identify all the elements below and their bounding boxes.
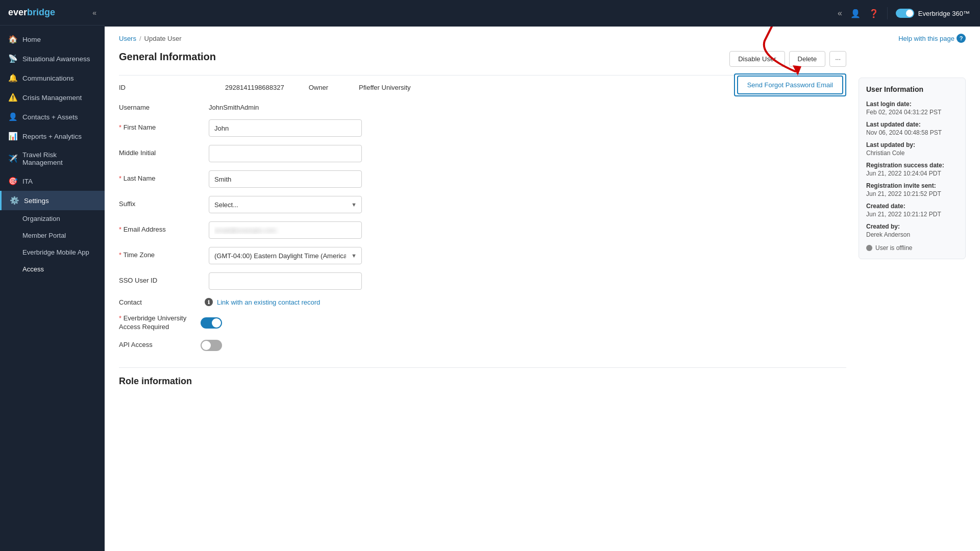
offline-dot bbox=[866, 245, 872, 251]
content-area: Users / Update User Help with this page … bbox=[105, 27, 980, 551]
contact-info-icon[interactable]: ℹ bbox=[205, 298, 213, 306]
suffix-label: Suffix bbox=[119, 196, 201, 208]
username-label: Username bbox=[119, 99, 201, 111]
dropdown-area: ··· Send Forgot Password Email bbox=[829, 51, 846, 67]
reg-success-value: Jun 21, 2022 10:24:04 PDT bbox=[866, 170, 958, 177]
sso-input[interactable] bbox=[209, 272, 362, 290]
first-name-row: * First Name bbox=[119, 119, 846, 137]
sidebar-item-situational-awareness[interactable]: 📡 Situational Awareness bbox=[0, 49, 105, 68]
send-forgot-password-button[interactable]: Send Forgot Password Email bbox=[737, 76, 843, 94]
help-icon: ? bbox=[957, 34, 966, 43]
ita-icon: 🎯 bbox=[8, 177, 17, 186]
page-title: General Information bbox=[119, 51, 216, 63]
contact-link[interactable]: Link with an existing contact record bbox=[217, 298, 320, 306]
last-login-value: Feb 02, 2024 04:31:22 PST bbox=[866, 109, 958, 116]
reg-invite-item: Registration invite sent: Jun 21, 2022 1… bbox=[866, 182, 958, 197]
sidebar-item-reports-analytics[interactable]: 📊 Reports + Analytics bbox=[0, 127, 105, 146]
breadcrumb-parent[interactable]: Users bbox=[119, 35, 136, 42]
timezone-select[interactable]: (GMT-04:00) Eastern Daylight Time (Ameri… bbox=[209, 247, 362, 264]
timezone-select-wrapper: (GMT-04:00) Eastern Daylight Time (Ameri… bbox=[209, 247, 362, 264]
breadcrumb: Users / Update User bbox=[119, 35, 182, 42]
delete-button[interactable]: Delete bbox=[789, 51, 826, 67]
app-logo: everbridge bbox=[8, 7, 55, 18]
email-label: * Email Address bbox=[119, 221, 201, 233]
username-value: JohnSmithAdmin bbox=[209, 99, 259, 111]
nav-back-icon[interactable]: « bbox=[838, 9, 842, 18]
360-toggle-switch[interactable] bbox=[896, 9, 914, 18]
sidebar-sub-organization[interactable]: Organization bbox=[0, 210, 105, 227]
sidebar-item-home-label: Home bbox=[22, 36, 41, 43]
sidebar-sub-mobile-app[interactable]: Everbridge Mobile App bbox=[0, 244, 105, 261]
last-updated-date-value: Nov 06, 2024 00:48:58 PST bbox=[866, 129, 958, 136]
360-label: Everbridge 360™ bbox=[918, 10, 970, 17]
sidebar-sub-member-portal[interactable]: Member Portal bbox=[0, 227, 105, 244]
suffix-select[interactable]: Select... Jr. Sr. II III bbox=[209, 196, 362, 213]
sidebar-item-contacts-label: Contacts + Assets bbox=[22, 113, 78, 121]
send-password-popup: Send Forgot Password Email bbox=[734, 73, 846, 96]
sso-label: SSO User ID bbox=[119, 272, 201, 284]
middle-initial-label: Middle Initial bbox=[119, 145, 201, 157]
sso-row: SSO User ID bbox=[119, 272, 846, 290]
last-updated-date-label: Last updated date: bbox=[866, 121, 958, 128]
user-profile-icon[interactable]: 👤 bbox=[850, 9, 861, 18]
sidebar-item-ita[interactable]: 🎯 ITA bbox=[0, 171, 105, 191]
sidebar-item-home[interactable]: 🏠 Home bbox=[0, 30, 105, 49]
reg-invite-label: Registration invite sent: bbox=[866, 182, 958, 189]
settings-icon: ⚙️ bbox=[10, 196, 19, 205]
api-access-row: API Access bbox=[119, 340, 846, 351]
username-row: Username JohnSmithAdmin bbox=[119, 99, 846, 111]
email-input[interactable] bbox=[209, 221, 362, 239]
api-access-label: API Access bbox=[119, 341, 201, 349]
disable-user-button[interactable]: Disable User bbox=[729, 51, 785, 67]
sidebar: everbridge « 🏠 Home 📡 Situational Awaren… bbox=[0, 0, 105, 551]
right-panel-title: User Information bbox=[866, 85, 958, 93]
form-section: General Information Disable User Delete … bbox=[119, 51, 846, 387]
last-name-input[interactable] bbox=[209, 170, 362, 188]
sidebar-sub-organization-label: Organization bbox=[22, 215, 60, 222]
home-icon: 🏠 bbox=[8, 35, 17, 44]
sidebar-item-crisis-management[interactable]: ⚠️ Crisis Management bbox=[0, 88, 105, 107]
middle-initial-input[interactable] bbox=[209, 145, 362, 162]
breadcrumb-current: Update User bbox=[144, 35, 182, 42]
right-panel: User Information Last login date: Feb 02… bbox=[859, 78, 966, 259]
help-link[interactable]: Help with this page ? bbox=[898, 34, 966, 43]
sidebar-item-contacts-assets[interactable]: 👤 Contacts + Assets bbox=[0, 107, 105, 127]
sidebar-item-travel-label: Travel Risk Management bbox=[22, 151, 96, 166]
sidebar-sub-access[interactable]: Access bbox=[0, 261, 105, 278]
breadcrumb-bar: Users / Update User Help with this page … bbox=[105, 27, 980, 43]
sidebar-item-crisis-label: Crisis Management bbox=[22, 94, 82, 102]
sidebar-item-settings[interactable]: ⚙️ Settings bbox=[0, 191, 105, 210]
sidebar-item-communications[interactable]: 🔔 Communications bbox=[0, 68, 105, 88]
travel-icon: ✈️ bbox=[8, 154, 17, 163]
contact-row: Contact ℹ Link with an existing contact … bbox=[119, 298, 846, 306]
sidebar-sub-access-label: Access bbox=[22, 265, 44, 273]
help-circle-icon[interactable]: ❓ bbox=[869, 9, 879, 18]
reg-invite-value: Jun 21, 2022 10:21:52 PDT bbox=[866, 190, 958, 197]
sidebar-item-reports-label: Reports + Analytics bbox=[22, 133, 82, 140]
top-bar: « 👤 ❓ Everbridge 360™ bbox=[105, 0, 980, 27]
id-label: ID bbox=[119, 84, 201, 91]
reg-success-label: Registration success date: bbox=[866, 162, 958, 169]
api-access-toggle[interactable] bbox=[201, 340, 222, 351]
sidebar-logo: everbridge « bbox=[0, 0, 105, 26]
offline-label: User is offline bbox=[875, 244, 912, 252]
created-by-item: Created by: Derek Anderson bbox=[866, 223, 958, 238]
created-date-item: Created date: Jun 21, 2022 10:21:12 PDT bbox=[866, 203, 958, 218]
email-row: * Email Address bbox=[119, 221, 846, 239]
role-information-heading: Role information bbox=[119, 376, 846, 387]
sidebar-item-communications-label: Communications bbox=[22, 74, 74, 82]
help-link-label: Help with this page bbox=[898, 35, 954, 42]
created-by-label: Created by: bbox=[866, 223, 958, 230]
owner-label: Owner bbox=[309, 84, 328, 91]
university-access-toggle[interactable] bbox=[201, 317, 222, 329]
sidebar-item-settings-label: Settings bbox=[24, 197, 49, 205]
sidebar-sub-member-label: Member Portal bbox=[22, 232, 66, 239]
sidebar-item-ita-label: ITA bbox=[22, 178, 33, 185]
first-name-input[interactable] bbox=[209, 119, 362, 137]
more-actions-button[interactable]: ··· bbox=[829, 51, 846, 67]
first-name-label: * First Name bbox=[119, 119, 201, 131]
sidebar-collapse-button[interactable]: « bbox=[92, 9, 96, 17]
sidebar-item-travel-risk[interactable]: ✈️ Travel Risk Management bbox=[0, 146, 105, 171]
last-updated-by-item: Last updated by: Christian Cole bbox=[866, 141, 958, 157]
reg-success-item: Registration success date: Jun 21, 2022 … bbox=[866, 162, 958, 177]
